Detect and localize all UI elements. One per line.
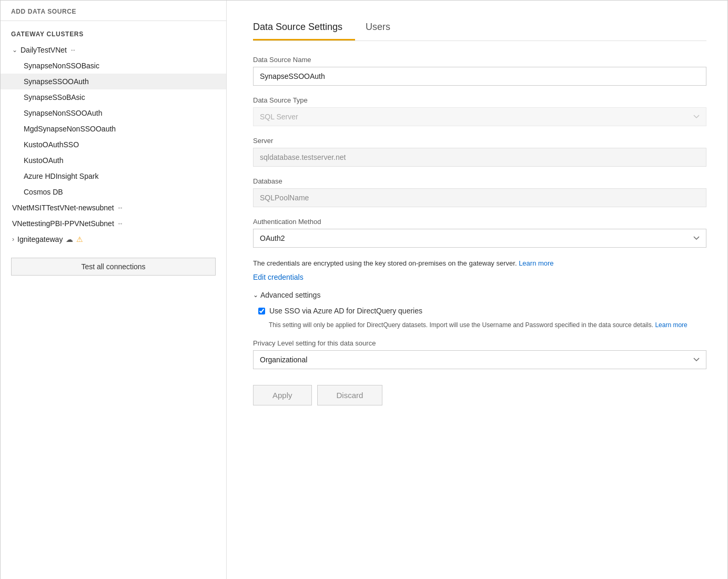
chevron-down-small-icon: ⌄ [253, 291, 258, 299]
cloud-icon: ☁ [66, 235, 73, 243]
database-label: Database [253, 177, 706, 185]
sidebar-item-synapseSSOBAsic[interactable]: SynapseSSoBAsic [1, 89, 226, 105]
discard-button[interactable]: Discard [317, 385, 383, 405]
sso-checkbox-note: This setting will only be applied for Di… [253, 320, 706, 330]
sidebar-item-kustoOAuthSSO[interactable]: KustoOAuthSSO [1, 137, 226, 153]
server-group: Server [253, 137, 706, 167]
warning-icon: ⚠ [76, 235, 83, 243]
sidebar-item-synapseNonSSOOAuth[interactable]: SynapseNonSSOOAuth [1, 105, 226, 121]
authentication-method-label: Authentication Method [253, 218, 706, 226]
sidebar-item-kustoOAuth[interactable]: KustoOAuth [1, 153, 226, 168]
cluster-vnetTestingPBI[interactable]: VNettestingPBI-PPVNetSubnet ↔ [1, 216, 226, 231]
advanced-settings-section: ⌄ Advanced settings Use SSO via Azure AD… [253, 291, 706, 330]
privacy-level-group: Privacy Level setting for this data sour… [253, 339, 706, 369]
test-all-connections-button[interactable]: Test all connections [11, 258, 216, 276]
gateway-clusters-label: GATEWAY CLUSTERS [1, 21, 226, 42]
chevron-right-icon: › [12, 236, 14, 243]
cluster-label: DailyTestVNet [21, 46, 67, 54]
tabs-container: Data Source Settings Users [253, 16, 706, 41]
data-source-type-group: Data Source Type SQL Server [253, 96, 706, 126]
link-icon: ↔ [117, 204, 124, 211]
edit-credentials-link[interactable]: Edit credentials [253, 273, 304, 281]
server-input[interactable] [253, 148, 706, 167]
sidebar: ADD DATA SOURCE GATEWAY CLUSTERS ⌄ Daily… [1, 1, 227, 579]
authentication-method-group: Authentication Method OAuth2 [253, 218, 706, 248]
chevron-down-icon: ⌄ [12, 46, 17, 54]
sso-checkbox-group: Use SSO via Azure AD for DirectQuery que… [253, 307, 706, 315]
main-content: Data Source Settings Users Data Source N… [227, 1, 727, 579]
link-icon: ↔ [117, 220, 124, 227]
server-label: Server [253, 137, 706, 145]
data-source-name-group: Data Source Name [253, 56, 706, 86]
tab-users[interactable]: Users [366, 16, 403, 40]
privacy-level-select[interactable]: Organizational [253, 350, 706, 369]
sidebar-item-cosmosDB[interactable]: Cosmos DB [1, 184, 226, 200]
sso-learn-more-link[interactable]: Learn more [655, 321, 687, 329]
apply-button[interactable]: Apply [253, 385, 312, 405]
link-icon: ↔ [70, 46, 76, 54]
add-data-source-label: ADD DATA SOURCE [11, 8, 76, 15]
cluster-ignitegateway[interactable]: › Ignitegateway ☁ ⚠ [1, 231, 226, 247]
sidebar-item-synapseNonSSOBasic[interactable]: SynapseNonSSOBasic [1, 58, 226, 74]
database-input[interactable] [253, 188, 706, 207]
cluster-dailytestVNet[interactable]: ⌄ DailyTestVNet ↔ [1, 42, 226, 58]
sso-checkbox-label[interactable]: Use SSO via Azure AD for DirectQuery que… [269, 307, 422, 315]
authentication-method-select[interactable]: OAuth2 [253, 229, 706, 248]
sidebar-item-mgdSynapseNonSSOOauth[interactable]: MgdSynapseNonSSOOauth [1, 121, 226, 137]
advanced-settings-toggle[interactable]: ⌄ Advanced settings [253, 291, 706, 299]
sidebar-item-synapseSSOOAuth[interactable]: SynapseSSOOAuth [1, 74, 226, 89]
cluster-vnetMSITTestVNet[interactable]: VNetMSITTestVNet-newsubnet ↔ [1, 200, 226, 216]
data-source-name-label: Data Source Name [253, 56, 706, 64]
sidebar-item-azureHDInsightSpark[interactable]: Azure HDInsight Spark [1, 168, 226, 184]
sso-checkbox[interactable] [258, 308, 265, 314]
learn-more-credentials-link[interactable]: Learn more [519, 259, 553, 267]
add-data-source-header: ADD DATA SOURCE [1, 1, 226, 21]
tab-data-source-settings[interactable]: Data Source Settings [253, 16, 355, 40]
button-row: Apply Discard [253, 385, 706, 405]
data-source-name-input[interactable] [253, 67, 706, 86]
database-group: Database [253, 177, 706, 207]
data-source-type-label: Data Source Type [253, 96, 706, 104]
privacy-level-label: Privacy Level setting for this data sour… [253, 339, 706, 347]
data-source-type-select[interactable]: SQL Server [253, 107, 706, 126]
credentials-text: The credentials are encrypted using the … [253, 258, 706, 269]
